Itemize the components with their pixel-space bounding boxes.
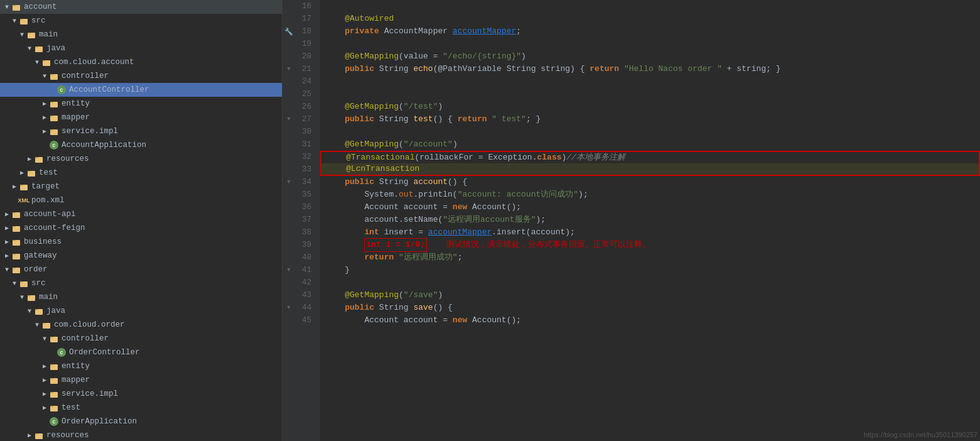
sidebar-item-OrderController[interactable]: COrderController [0,346,282,359]
sidebar-item-entity[interactable]: ▶entity [0,97,282,111]
gutter-cell-27[interactable]: ▼ [283,113,295,126]
file-tree[interactable]: ▼account▼src▼main▼java▼com.cloud.account… [0,0,283,441]
sidebar-item-AccountApplication[interactable]: CAccountApplication [0,138,282,152]
sidebar-item-order-controller[interactable]: ▼controller [0,332,282,346]
tree-arrow-com.cloud.order: ▼ [33,322,41,329]
line-num-21: 21 [300,63,315,75]
tree-label-com.cloud.account: com.cloud.account [54,58,134,67]
sidebar-item-account[interactable]: ▼account [0,0,282,14]
sidebar-item-order-src[interactable]: ▼src [0,276,282,290]
token: (value = [399,50,443,63]
tree-icon-order-mapper [49,375,59,385]
svg-rect-1 [13,5,16,6]
sidebar-item-java[interactable]: ▼java [0,41,282,55]
token: new [453,201,467,214]
svg-rect-53 [35,433,38,435]
token: int [364,226,379,239]
tree-label-AccountApplication: AccountApplication [62,141,146,150]
token: "远程调用成功" [399,251,458,264]
sidebar-item-target[interactable]: ▶target [0,180,282,193]
gutter-cell-20 [283,50,295,63]
tree-icon-entity [49,99,59,109]
line-num-24: 24 [300,75,315,88]
token: ; [458,251,463,264]
line-num-19: 19 [300,38,315,50]
sidebar-item-mapper[interactable]: ▶mapper [0,111,282,124]
sidebar-item-order-mapper[interactable]: ▶mapper [0,373,282,387]
line-num-27: 27 [300,113,315,126]
token: } [325,264,350,276]
tree-label-controller: controller [62,72,109,80]
token: " test" [492,113,526,126]
sidebar-item-order-service.impl[interactable]: ▶service.impl [0,387,282,401]
sidebar-item-com.cloud.order[interactable]: ▼com.cloud.order [0,318,282,332]
sidebar-item-order-resources[interactable]: ▶resources [0,428,282,441]
sidebar-item-controller[interactable]: ▼controller [0,69,282,83]
tree-arrow-java: ▼ [25,45,34,52]
sidebar-item-business[interactable]: ▶business [0,235,282,249]
code-line-37: account.setName("远程调用account服务"); [320,214,980,226]
tree-label-order: order [24,265,48,274]
line-num-25: 25 [300,88,315,101]
token [325,25,345,38]
gutter-cell-41[interactable]: ▼ [283,264,295,276]
tree-arrow-target: ▶ [10,183,19,190]
tree-arrow-test: ▶ [18,169,26,177]
tree-label-order-resources: resources [46,431,89,440]
line-num-31: 31 [300,138,315,151]
gutter-cell-44[interactable]: ▼ [283,302,295,314]
gutter-cell-45 [283,314,295,327]
code-line-34: public String account() { [320,176,980,188]
token: @GetMapping [345,50,399,63]
tree-arrow-entity: ▶ [40,100,49,107]
token: (@PathVariable String string) { [433,63,590,75]
token: Account(); [467,201,521,214]
gutter-cell-33 [283,163,295,176]
sidebar-item-order-main[interactable]: ▼main [0,290,282,304]
token: save [413,302,433,314]
token [325,302,345,314]
sidebar-item-com.cloud.account[interactable]: ▼com.cloud.account [0,55,282,69]
tree-icon-OrderApplication: C [49,416,59,427]
token: private [345,25,379,38]
sidebar-item-main[interactable]: ▼main [0,28,282,41]
sidebar-item-src[interactable]: ▼src [0,14,282,28]
tree-icon-service.impl [49,126,59,136]
line-num-26: 26 [300,101,315,113]
token: .println( [413,188,457,201]
sidebar-item-service.impl[interactable]: ▶service.impl [0,124,282,138]
tree-icon-order-main [26,292,36,302]
gutter-cell-21[interactable]: ▼ [283,63,295,75]
token [325,13,345,25]
code-line-32: @Transactional(rollbackFor = Exception.c… [320,151,980,163]
sidebar-item-order[interactable]: ▼order [0,263,282,276]
code-line-17: @Autowired [320,13,980,25]
sidebar-item-OrderApplication[interactable]: COrderApplication [0,415,282,428]
tree-icon-account [11,2,21,12]
tree-icon-OrderController: C [57,347,67,357]
sidebar-item-pom.xml[interactable]: XMLpom.xml [0,193,282,207]
sidebar-item-gateway[interactable]: ▶gateway [0,249,282,263]
tree-label-order-controller: controller [62,334,109,343]
token: ); [536,214,546,226]
line-num-41: 41 [300,264,315,276]
token: public [345,302,374,314]
tree-arrow-order-service.impl: ▶ [40,390,49,398]
sidebar-item-AccountController[interactable]: CAccountController [0,83,282,97]
sidebar-item-order-java[interactable]: ▼java [0,304,282,318]
sidebar-item-order-entity[interactable]: ▶entity [0,359,282,373]
gutter-cell-34[interactable]: ▼ [283,176,295,188]
sidebar-item-account-api[interactable]: ▶account-api [0,207,282,221]
code-line-38: int insert = accountMapper.insert(accoun… [320,226,980,239]
token [325,63,345,75]
error-boxed-code: int i = 1/0; [364,238,427,252]
tree-label-business: business [24,237,62,246]
token: return [364,251,394,264]
sidebar-item-test[interactable]: ▶test [0,166,282,180]
line-num-18: 18 [300,25,315,38]
code-line-35: System.out.println("account: account访问成功… [320,188,980,201]
tree-label-order-java: java [46,307,65,315]
sidebar-item-resources[interactable]: ▶resources [0,152,282,166]
sidebar-item-order-test2[interactable]: ▶test [0,401,282,415]
sidebar-item-account-feign[interactable]: ▶account-feign [0,221,282,235]
